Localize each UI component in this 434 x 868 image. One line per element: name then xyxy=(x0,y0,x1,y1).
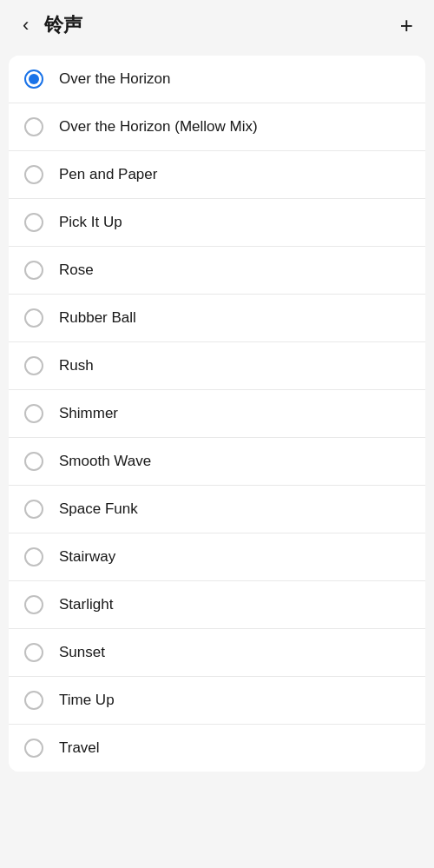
list-item-pick-it-up[interactable]: Pick It Up xyxy=(9,199,425,247)
back-button[interactable]: ‹ xyxy=(17,14,34,36)
radio-travel xyxy=(24,739,43,758)
list-item-starlight[interactable]: Starlight xyxy=(9,581,425,629)
ringtone-label-smooth-wave: Smooth Wave xyxy=(59,453,151,470)
list-item-rose[interactable]: Rose xyxy=(9,247,425,295)
ringtone-label-pen-and-paper: Pen and Paper xyxy=(59,166,157,183)
radio-space-funk xyxy=(24,500,43,519)
radio-stairway xyxy=(24,547,43,567)
list-item-over-the-horizon-mellow[interactable]: Over the Horizon (Mellow Mix) xyxy=(9,103,425,151)
header-left: ‹ 铃声 xyxy=(17,12,82,38)
list-item-space-funk[interactable]: Space Funk xyxy=(9,486,425,533)
radio-smooth-wave xyxy=(24,452,43,471)
ringtone-label-rush: Rush xyxy=(59,357,94,374)
list-item-over-the-horizon[interactable]: Over the Horizon xyxy=(9,56,425,103)
radio-rubber-ball xyxy=(24,308,43,328)
ringtone-label-time-up: Time Up xyxy=(59,692,115,709)
ringtone-label-over-the-horizon: Over the Horizon xyxy=(59,70,171,88)
ringtone-label-rubber-ball: Rubber Ball xyxy=(59,309,136,327)
ringtone-label-rose: Rose xyxy=(59,262,94,279)
ringtone-label-pick-it-up: Pick It Up xyxy=(59,214,122,231)
list-item-rubber-ball[interactable]: Rubber Ball xyxy=(9,295,425,342)
radio-time-up xyxy=(24,691,43,710)
page-title: 铃声 xyxy=(44,12,82,38)
radio-inner-over-the-horizon xyxy=(29,74,39,84)
list-item-stairway[interactable]: Stairway xyxy=(9,533,425,581)
ringtone-label-space-funk: Space Funk xyxy=(59,500,138,518)
ringtone-label-starlight: Starlight xyxy=(59,596,113,613)
radio-over-the-horizon xyxy=(24,70,43,89)
ringtone-label-shimmer: Shimmer xyxy=(59,405,118,422)
ringtone-label-over-the-horizon-mellow: Over the Horizon (Mellow Mix) xyxy=(59,118,258,136)
radio-shimmer xyxy=(24,404,43,423)
list-item-time-up[interactable]: Time Up xyxy=(9,677,425,725)
radio-starlight xyxy=(24,595,43,614)
list-item-pen-and-paper[interactable]: Pen and Paper xyxy=(9,151,425,199)
add-button[interactable]: + xyxy=(397,12,417,38)
radio-rush xyxy=(24,356,43,375)
radio-over-the-horizon-mellow xyxy=(24,117,43,136)
radio-pen-and-paper xyxy=(24,165,43,184)
list-item-shimmer[interactable]: Shimmer xyxy=(9,390,425,438)
ringtone-label-travel: Travel xyxy=(59,739,100,757)
list-item-travel[interactable]: Travel xyxy=(9,725,425,772)
radio-sunset xyxy=(24,643,43,662)
ringtone-list: Over the HorizonOver the Horizon (Mellow… xyxy=(9,56,425,772)
list-item-rush[interactable]: Rush xyxy=(9,342,425,390)
radio-pick-it-up xyxy=(24,213,43,232)
ringtone-label-sunset: Sunset xyxy=(59,644,105,661)
radio-rose xyxy=(24,261,43,280)
list-item-smooth-wave[interactable]: Smooth Wave xyxy=(9,438,425,486)
list-item-sunset[interactable]: Sunset xyxy=(9,629,425,677)
header: ‹ 铃声 + xyxy=(0,0,434,50)
ringtone-label-stairway: Stairway xyxy=(59,548,115,566)
